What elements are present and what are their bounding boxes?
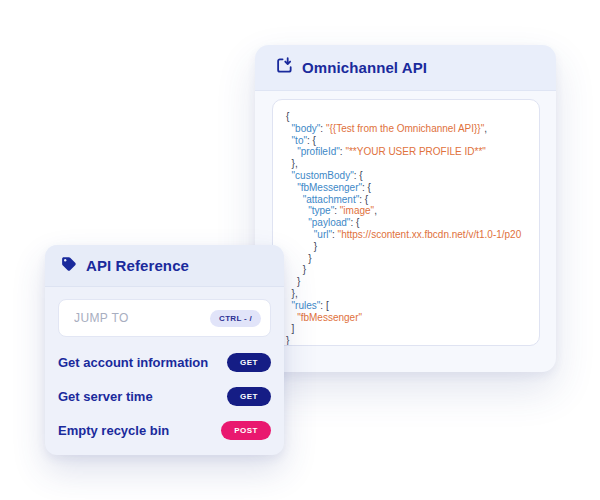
shortcut-badge: CTRL - / (210, 310, 261, 327)
api-reference-card-title: API Reference (86, 257, 189, 274)
jump-to-box: CTRL - / (58, 299, 271, 337)
endpoint-label: Get server time (58, 389, 153, 404)
page-canvas: { "page": { "background": "#ffffff" }, "… (0, 0, 600, 500)
tag-icon (60, 255, 77, 276)
jump-to-input[interactable] (72, 310, 210, 326)
api-reference-card: API Reference CTRL - / Get account infor… (45, 245, 284, 455)
omnichannel-card: Omnichannel API { "body": "{{Test from t… (255, 45, 556, 372)
endpoint-row-server-time[interactable]: Get server time GET (58, 379, 271, 413)
api-reference-card-header: API Reference (45, 245, 284, 287)
method-badge: POST (221, 421, 271, 440)
code-pre: { "body": "{{Test from the Omnichannel A… (286, 111, 539, 346)
omnichannel-card-header: Omnichannel API (255, 45, 556, 91)
method-badge: GET (227, 387, 271, 406)
method-badge: GET (227, 353, 271, 372)
omnichannel-card-title: Omnichannel API (302, 59, 427, 76)
endpoint-row-account-info[interactable]: Get account information GET (58, 345, 271, 379)
endpoint-label: Empty recycle bin (58, 423, 169, 438)
endpoint-label: Get account information (58, 355, 208, 370)
endpoint-row-empty-recycle-bin[interactable]: Empty recycle bin POST (58, 413, 271, 447)
import-tray-icon (276, 57, 293, 78)
endpoint-list: Get account information GET Get server t… (58, 345, 271, 447)
code-block: { "body": "{{Test from the Omnichannel A… (272, 99, 540, 346)
